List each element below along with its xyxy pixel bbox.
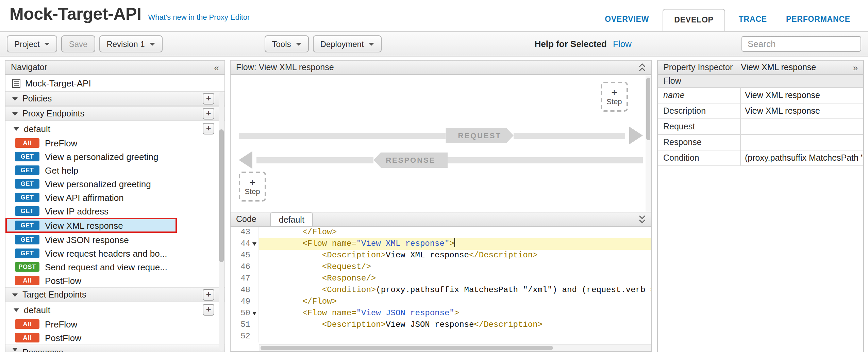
sidebar-item-view-xml-response[interactable]: GETView XML response [5,218,177,233]
expand-right-icon[interactable]: » [853,63,858,72]
inspector-property-value[interactable] [741,119,863,134]
fold-icon[interactable] [252,242,256,246]
sidebar-section-proxy-endpoints[interactable]: Proxy Endpoints+ [5,106,224,121]
code-horizontal-scrollbar[interactable] [259,344,651,351]
tab-overview[interactable]: OVERVIEW [595,15,658,32]
code-line[interactable]: 52 [231,331,651,342]
code-line[interactable]: 51 <Description>View JSON response</Desc… [231,319,651,331]
sidebar-item-view-personalized-greeting[interactable]: GETView personalized greeting [5,177,224,191]
scrollbar-thumb[interactable] [261,346,553,350]
code-line[interactable]: 48 <Condition>(proxy.pathsuffix MatchesP… [231,285,651,296]
chevron-down-icon [296,43,301,45]
add-step-button-request[interactable]: + Step [601,82,628,112]
sidebar-section-label: Resources [22,348,63,352]
method-badge: GET [15,165,39,175]
tab-develop[interactable]: DEVELOP [663,9,725,32]
sidebar-group-default[interactable]: default+ [5,302,224,317]
inspector-property-value[interactable] [741,135,863,150]
sidebar-item-get-help[interactable]: GETGet help [5,163,224,177]
sidebar-group-default[interactable]: default+ [5,121,224,136]
code-line[interactable]: 47 <Response/> [231,273,651,285]
code-line[interactable]: 49 </Flow> [231,296,651,308]
title-row: Mock-Target-API What's new in the Proxy … [10,4,250,24]
tools-menu-button[interactable]: Tools [265,35,309,52]
inspector-property-value[interactable]: View XML response [741,103,863,118]
collapse-panel-icon[interactable] [639,63,646,71]
code-token: </Flow> [302,297,337,306]
add-button[interactable]: + [203,123,214,134]
disclosure-triangle-icon[interactable] [12,97,18,100]
code-token: </Flow> [302,227,337,237]
disclosure-triangle-icon[interactable] [12,112,18,115]
sidebar-item-view-ip-address[interactable]: GETView IP address [5,204,224,218]
help-flow-link[interactable]: Flow [613,39,632,49]
collapse-left-icon[interactable]: « [214,63,219,72]
code-token: View XML response [386,251,469,260]
code-text: <Flow name="View JSON response"> [259,308,651,319]
inspector-property-value[interactable]: (proxy.pathsuffix MatchesPath "/xml") an… [741,150,863,165]
add-step-button-response[interactable]: + Step [239,172,266,202]
code-line[interactable]: 45 <Description>View XML response</Descr… [231,250,651,261]
disclosure-triangle-icon[interactable] [12,348,18,351]
add-button[interactable]: + [203,304,214,316]
scrollbar-thumb[interactable] [646,78,650,140]
sidebar-item-send-request-and-view-reque[interactable]: POSTSend request and view reque... [5,260,224,274]
collapse-panel-icon[interactable] [639,215,646,223]
tab-performance[interactable]: PERFORMANCE [777,15,860,32]
add-button[interactable]: + [203,289,214,301]
sidebar-item-postflow[interactable]: AllPostFlow [5,331,224,345]
add-button[interactable]: + [203,108,214,119]
sidebar-item-view-a-personalized-greeting[interactable]: GETView a personalized greeting [5,150,224,163]
code-text [259,331,651,342]
sidebar-item-view-json-response[interactable]: GETView JSON response [5,233,224,246]
navigator-scrollbar[interactable] [219,92,224,351]
whats-new-link[interactable]: What's new in the Proxy Editor [148,13,250,21]
line-number: 45 [231,250,259,261]
line-number: 49 [231,296,259,308]
sidebar-section-target-endpoints[interactable]: Target Endpoints+ [5,287,224,302]
inspector-property-value[interactable]: View XML response [741,88,863,103]
code-line[interactable]: 46 <Request/> [231,261,651,273]
code-editor[interactable]: 43 </Flow>44 <Flow name="View XML respon… [231,227,651,351]
sidebar-section-policies[interactable]: Policies+ [5,91,224,106]
sidebar-item-label: Get help [45,165,78,175]
code-panel: Code default 43 </Flow>44 <Flow name="Vi… [230,212,652,352]
sidebar-item-root[interactable]: Mock-Target-API [5,75,224,91]
code-line[interactable]: 50 <Flow name="View JSON response"> [231,308,651,319]
revision-menu-button[interactable]: Revision 1 [99,35,162,52]
code-text: <Flow name="View XML response"> [259,238,651,250]
save-button[interactable]: Save [62,35,95,52]
tab-trace[interactable]: TRACE [729,15,777,32]
code-line[interactable]: 43 </Flow> [231,227,651,238]
code-text: <Response/> [259,273,651,285]
code-token [263,274,322,283]
search-input[interactable] [741,36,861,52]
sidebar-item-preflow[interactable]: AllPreFlow [5,317,224,331]
disclosure-triangle-icon[interactable] [14,308,19,311]
inspector-property-label: Description [658,103,741,118]
scrollbar-thumb[interactable] [219,129,224,262]
sidebar-item-view-api-affirmation[interactable]: GETView API affirmation [5,191,224,204]
code-token: (proxy.pathsuffix MatchesPath "/xml") an… [376,285,651,295]
text-cursor [454,238,455,247]
disclosure-triangle-icon[interactable] [12,293,18,297]
chevron-down-icon [369,43,374,45]
code-line[interactable]: 44 <Flow name="View XML response"> [231,238,651,250]
sidebar-item-preflow[interactable]: AllPreFlow [5,136,224,150]
code-tab-default[interactable]: default [270,212,313,226]
flow-canvas-scrollbar[interactable] [646,76,651,212]
sidebar-item-label: Send request and view reque... [45,262,167,272]
chevron-down-icon [45,43,50,45]
project-menu-button[interactable]: Project [7,35,57,52]
sidebar-item-view-request-headers-and-bo[interactable]: GETView request headers and bo... [5,246,224,260]
fold-icon[interactable] [252,312,256,315]
inspector-property-label: Condition [658,150,741,165]
inspector-row-response: Response [658,135,863,150]
deployment-menu-button[interactable]: Deployment [313,35,382,52]
inspector-rows: nameView XML responseDescriptionView XML… [658,88,863,166]
add-button[interactable]: + [203,93,214,105]
sidebar-section-resources[interactable]: Resources [5,345,224,352]
sidebar-item-postflow[interactable]: AllPostFlow [5,274,224,287]
navigator-panel: Navigator « Mock-Target-API Policies+Pro… [5,60,225,352]
disclosure-triangle-icon[interactable] [14,127,19,130]
